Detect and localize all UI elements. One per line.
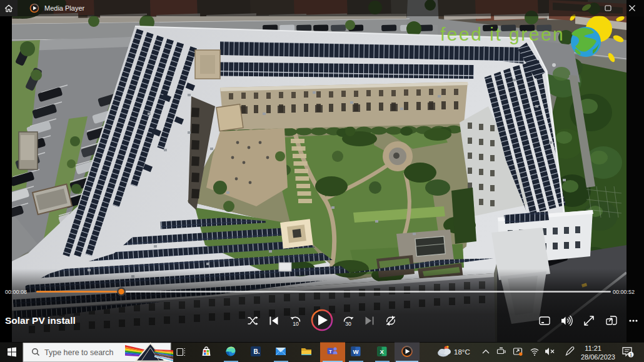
svg-text:Type here to search: Type here to search: [44, 348, 114, 357]
svg-text:X: X: [380, 348, 385, 355]
svg-text:00:00:52: 00:00:52: [613, 289, 635, 295]
svg-text:Solar PV install: Solar PV install: [5, 315, 76, 326]
svg-text:feed it green: feed it green: [440, 24, 565, 44]
svg-text:W: W: [353, 348, 359, 355]
svg-text:30: 30: [345, 321, 351, 327]
svg-text:B.: B.: [254, 348, 260, 355]
svg-text:Media Player: Media Player: [44, 4, 85, 12]
svg-text:1: 1: [630, 352, 633, 358]
svg-text:00:00:08: 00:00:08: [5, 289, 27, 295]
svg-text:18°C: 18°C: [454, 348, 470, 356]
svg-text:11:21: 11:21: [585, 344, 601, 352]
svg-text:10: 10: [293, 321, 299, 327]
svg-text:T: T: [329, 349, 332, 354]
svg-text:28/06/2023: 28/06/2023: [581, 353, 615, 361]
